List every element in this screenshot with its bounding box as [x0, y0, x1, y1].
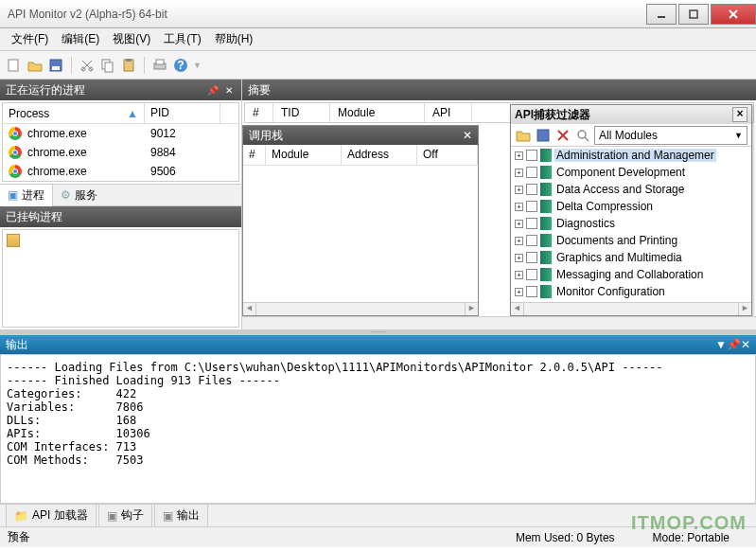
search-filter-icon[interactable] — [574, 127, 591, 144]
folder-open-icon[interactable] — [515, 127, 532, 144]
output-menu-icon[interactable]: ▼ — [715, 338, 727, 351]
svg-rect-12 — [105, 62, 113, 72]
cs-col-address[interactable]: Address — [342, 145, 417, 165]
checkbox[interactable] — [526, 201, 537, 212]
svg-rect-14 — [126, 59, 132, 62]
menu-edit[interactable]: 编辑(E) — [58, 29, 103, 49]
paste-icon[interactable] — [120, 57, 137, 74]
svg-point-22 — [578, 131, 586, 138]
expand-icon[interactable]: + — [515, 288, 523, 296]
process-row[interactable]: chrome.exe9012 — [3, 124, 238, 143]
filter-item[interactable]: +Messaging and Collaboration — [511, 266, 751, 283]
output-header: 输出 ▼ 📌 ✕ — [0, 335, 756, 354]
delete-filter-icon[interactable] — [554, 127, 571, 144]
grid-icon — [7, 234, 20, 247]
copy-icon[interactable] — [99, 57, 116, 74]
panel-close-icon[interactable]: ✕ — [222, 83, 236, 97]
process-row[interactable]: chrome.exe9884 — [3, 143, 238, 162]
pin-icon[interactable]: 📌 — [206, 83, 220, 97]
filter-item[interactable]: +Graphics and Multimedia — [511, 249, 751, 266]
filter-title-bar: API捕获过滤器 × — [511, 105, 751, 124]
left-column: 正在运行的进程 📌 ✕ Process▲ PID chrome.exe9012c… — [0, 80, 242, 329]
module-icon — [540, 285, 552, 298]
checkbox[interactable] — [526, 167, 537, 178]
cut-icon[interactable] — [79, 57, 96, 74]
hooked-processes-header: 已挂钩进程 — [0, 206, 241, 227]
open-icon[interactable] — [26, 57, 44, 74]
filter-item[interactable]: +Component Development — [511, 164, 751, 181]
output-close-icon[interactable]: ✕ — [741, 338, 750, 351]
status-mode: Mode: Portable — [653, 531, 730, 544]
checkbox[interactable] — [526, 150, 537, 161]
svg-rect-16 — [156, 60, 164, 64]
process-list: Process▲ PID chrome.exe9012chrome.exe988… — [2, 102, 239, 182]
hooked-processes-title: 已挂钩进程 — [6, 209, 62, 225]
checkbox[interactable] — [526, 218, 537, 229]
summary-col-tid[interactable]: TID — [273, 103, 330, 122]
cs-col-module[interactable]: Module — [266, 145, 342, 165]
title-bar: API Monitor v2 (Alpha-r5) 64-bit — [0, 0, 756, 28]
filter-item[interactable]: +Delta Compression — [511, 198, 751, 215]
status-ready: 预备 — [8, 529, 516, 545]
expand-icon[interactable]: + — [515, 237, 523, 245]
callstack-close-icon[interactable]: ✕ — [463, 129, 472, 142]
expand-icon[interactable]: + — [515, 254, 523, 262]
filter-close-icon[interactable]: × — [732, 107, 747, 122]
module-icon — [540, 166, 552, 179]
menu-help[interactable]: 帮助(H) — [211, 29, 257, 49]
summary-col-num[interactable]: # — [245, 103, 273, 122]
filter-item[interactable]: +Monitor Configuration — [511, 283, 751, 300]
output-panel: 输出 ▼ 📌 ✕ ------ Loading Files from C:\Us… — [0, 335, 756, 504]
save-icon[interactable] — [47, 57, 64, 74]
tab-api-loader[interactable]: 📁API 加载器 — [6, 504, 97, 527]
output-pin-icon[interactable]: 📌 — [727, 338, 741, 351]
cs-col-num[interactable]: # — [243, 145, 266, 165]
checkbox[interactable] — [526, 184, 537, 195]
help-icon[interactable]: ? — [172, 57, 189, 74]
checkbox[interactable] — [526, 252, 537, 263]
workspace-hscroll[interactable] — [242, 316, 756, 329]
menu-view[interactable]: 视图(V) — [109, 29, 154, 49]
svg-rect-6 — [52, 66, 60, 70]
filter-item[interactable]: +Diagnostics — [511, 215, 751, 232]
svg-rect-1 — [690, 10, 697, 18]
menu-tools[interactable]: 工具(T) — [160, 29, 204, 49]
close-button[interactable] — [711, 4, 756, 25]
save-filter-icon[interactable] — [535, 127, 552, 144]
svg-line-23 — [585, 137, 589, 141]
expand-icon[interactable]: + — [515, 151, 523, 160]
expand-icon[interactable]: + — [515, 186, 523, 194]
process-row[interactable]: chrome.exe9506 — [3, 162, 238, 181]
menu-file[interactable]: 文件(F) — [8, 29, 52, 49]
chrome-icon — [9, 165, 22, 178]
filter-tree[interactable]: +Administration and Managemer+Component … — [511, 147, 751, 302]
chrome-icon — [9, 127, 22, 140]
filter-item[interactable]: +Data Access and Storage — [511, 181, 751, 198]
module-icon — [540, 200, 552, 213]
expand-icon[interactable]: + — [515, 203, 523, 211]
maximize-button[interactable] — [678, 4, 709, 25]
pid-column-header[interactable]: PID — [145, 103, 220, 123]
checkbox[interactable] — [526, 235, 537, 246]
filter-item[interactable]: +Documents and Printing — [511, 232, 751, 249]
summary-col-api[interactable]: API — [425, 103, 472, 122]
output-body[interactable]: ------ Loading Files from C:\Users\wuhan… — [0, 354, 756, 504]
tab-output[interactable]: ▣输出 — [154, 504, 208, 527]
minimize-button[interactable] — [646, 4, 677, 25]
checkbox[interactable] — [526, 269, 537, 280]
modules-dropdown[interactable]: All Modules ▼ — [594, 126, 747, 145]
new-icon[interactable] — [6, 57, 23, 74]
status-bar: 预备 Mem Used: 0 Bytes Mode: Portable — [0, 526, 756, 547]
filter-item[interactable]: +Administration and Managemer — [511, 147, 751, 164]
cs-col-off[interactable]: Off — [417, 145, 478, 165]
expand-icon[interactable]: + — [515, 271, 523, 279]
expand-icon[interactable]: + — [515, 220, 523, 228]
tab-hooks[interactable]: ▣钩子 — [98, 504, 152, 527]
print-icon[interactable] — [151, 57, 168, 74]
expand-icon[interactable]: + — [515, 169, 523, 177]
tab-process[interactable]: ▣进程 — [0, 185, 53, 206]
tab-service[interactable]: ⚙服务 — [53, 185, 105, 206]
checkbox[interactable] — [526, 286, 537, 297]
summary-col-module[interactable]: Module — [330, 103, 425, 122]
process-column-header[interactable]: Process▲ — [3, 103, 145, 123]
